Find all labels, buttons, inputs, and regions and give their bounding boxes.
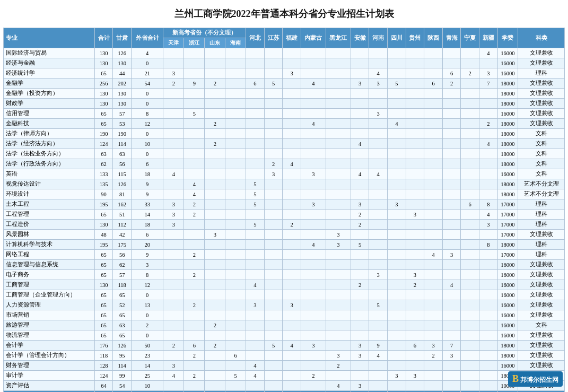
cell-value (264, 290, 283, 300)
cell-value (424, 381, 443, 391)
cell-value: 65 (94, 310, 113, 320)
cell-value: 176 (94, 341, 113, 351)
cell-value (246, 89, 265, 99)
cell-value: 理科 (518, 240, 565, 250)
col-header-sichuan: 四川 (388, 28, 406, 48)
cell-value (225, 109, 246, 119)
cell-value: 理科 (518, 250, 565, 260)
cell-value (205, 280, 225, 290)
cell-value: 文理兼收 (518, 119, 565, 129)
cell-value: 3 (163, 199, 184, 210)
cell-value (326, 159, 351, 169)
cell-value (369, 230, 388, 240)
cell-value (351, 361, 369, 371)
cell-value (424, 361, 443, 371)
cell-value: 18000 (497, 179, 518, 189)
cell-value (326, 330, 351, 341)
cell-major: 人力资源管理 (4, 300, 95, 310)
cell-value (388, 129, 406, 139)
cell-value: 2 (442, 79, 461, 89)
cell-value: 理科 (518, 220, 565, 230)
cell-value: 54 (113, 381, 132, 391)
cell-value (442, 310, 461, 320)
cell-value (225, 270, 246, 280)
cell-value: 0 (131, 89, 163, 99)
cell-major: 工程造价 (4, 220, 95, 230)
cell-value (442, 230, 461, 240)
cell-value (246, 270, 265, 280)
cell-value (225, 280, 246, 290)
cell-value (246, 351, 265, 361)
cell-value: 99 (113, 371, 132, 381)
cell-value (246, 210, 265, 220)
cell-value (163, 119, 184, 129)
cell-value (369, 189, 388, 199)
col-header-new-gaokao: 新高考省份（不分文理） (163, 28, 246, 38)
cell-value (424, 270, 443, 280)
cell-value: 126 (113, 341, 132, 351)
main-table: 专业 合计 甘肃 外省合计 新高考省份（不分文理） 河北 江苏 福建 内蒙古 黑… (3, 28, 565, 392)
cell-value (406, 330, 424, 341)
cell-value (264, 330, 283, 341)
cell-value: 65 (94, 109, 113, 119)
table-row: 金融学（投资方向）130130018000文理兼收 (4, 89, 565, 99)
cell-value: 4 (479, 48, 498, 58)
cell-major: 旅游管理 (4, 320, 95, 330)
cell-value (388, 240, 406, 250)
cell-value (424, 189, 443, 199)
cell-value (163, 300, 184, 310)
cell-value (424, 330, 443, 341)
cell-value (406, 149, 424, 159)
cell-value (461, 169, 479, 179)
cell-value (326, 179, 351, 189)
cell-major: 金融科技 (4, 119, 95, 129)
cell-value (388, 270, 406, 280)
cell-value (406, 250, 424, 260)
cell-value: 2 (205, 79, 225, 89)
cell-value (205, 199, 225, 210)
cell-value (369, 381, 388, 391)
cell-value (479, 280, 498, 290)
cell-value (388, 351, 406, 361)
cell-value: 2 (406, 280, 424, 290)
cell-value: 25 (131, 371, 163, 381)
cell-value (225, 199, 246, 210)
cell-value (225, 129, 246, 139)
cell-value: 5 (246, 179, 265, 189)
cell-value (225, 189, 246, 199)
cell-value (283, 79, 301, 89)
cell-value: 文科 (518, 129, 565, 139)
cell-value: 3 (479, 68, 498, 79)
cell-value (351, 89, 369, 99)
cell-value (442, 159, 461, 169)
table-row: 英语133115184334416000文科 (4, 169, 565, 179)
cell-value (388, 109, 406, 119)
cell-value (326, 310, 351, 320)
cell-value: 文理兼收 (518, 48, 565, 58)
cell-value: 2 (351, 280, 369, 290)
cell-value: 3 (442, 250, 461, 260)
table-row: 金融学2562025429265433562718000文理兼收 (4, 79, 565, 89)
cell-value (369, 159, 388, 169)
cell-value (388, 330, 406, 341)
cell-value (369, 199, 388, 210)
cell-value (246, 240, 265, 250)
cell-value: 2 (205, 341, 225, 351)
cell-value: 4 (479, 139, 498, 149)
cell-value (246, 320, 265, 330)
cell-value (326, 99, 351, 109)
table-row: 资产评估6454104310000文理兼收 (4, 381, 565, 391)
cell-value (406, 68, 424, 79)
cell-value: 3 (369, 109, 388, 119)
cell-value: 2 (205, 119, 225, 129)
cell-value (225, 68, 246, 79)
cell-value (442, 220, 461, 230)
cell-value (461, 280, 479, 290)
cell-value: 2 (184, 210, 205, 220)
cell-value (406, 199, 424, 210)
cell-value (369, 330, 388, 341)
cell-value (479, 371, 498, 381)
cell-value: 文科 (518, 139, 565, 149)
cell-major: 资产评估 (4, 381, 95, 391)
cell-value (479, 351, 498, 361)
